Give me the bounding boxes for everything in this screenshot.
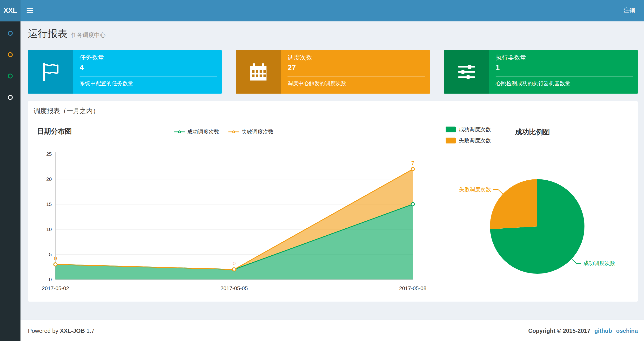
flag-icon xyxy=(28,50,73,94)
footer-copyright: Copyright © 2015-2017 github oschina xyxy=(528,327,638,334)
page-header: 运行报表 任务调度中心 xyxy=(28,27,638,43)
calendar-icon xyxy=(236,50,281,94)
legend-item-success[interactable]: 成功调度次数 xyxy=(446,126,491,133)
svg-text:7: 7 xyxy=(411,160,414,166)
info-box-value: 4 xyxy=(80,64,217,72)
info-box-title: 任务数量 xyxy=(80,54,217,62)
sidebar-toggle-button[interactable] xyxy=(20,0,39,22)
info-box-value: 1 xyxy=(496,64,633,72)
line-marker-icon xyxy=(174,131,185,132)
page-title: 运行报表 xyxy=(28,27,68,40)
product-version: 1.7 xyxy=(86,327,94,334)
info-box-trigger-count: 调度次数 27 调度中心触发的调度次数 xyxy=(236,50,430,94)
svg-text:0: 0 xyxy=(49,277,52,282)
logout-link[interactable]: 注销 xyxy=(614,0,644,22)
svg-text:15: 15 xyxy=(46,201,52,207)
svg-text:2017-05-02: 2017-05-02 xyxy=(42,285,69,291)
product-name: XXL-JOB xyxy=(60,327,85,334)
svg-text:10: 10 xyxy=(46,226,52,232)
sidebar-item-4-circle-icon[interactable] xyxy=(8,95,12,100)
sidebar xyxy=(0,22,20,341)
svg-text:2017-05-08: 2017-05-08 xyxy=(399,285,426,291)
main-content: 运行报表 任务调度中心 任务数量 4 xyxy=(20,22,644,320)
line-chart-title: 日期分布图 xyxy=(37,127,72,136)
date-distribution-chart: 05101520252017-05-022017-05-052017-05-08… xyxy=(28,150,439,293)
info-box-value: 27 xyxy=(288,64,425,72)
legend-item-fail[interactable]: 失败调度次数 xyxy=(446,137,491,144)
svg-text:25: 25 xyxy=(46,151,52,157)
app-logo[interactable]: XXL xyxy=(0,0,20,22)
info-box-title: 调度次数 xyxy=(288,54,425,62)
svg-text:成功调度次数: 成功调度次数 xyxy=(583,260,615,266)
divider xyxy=(496,76,633,77)
copyright-text: Copyright © 2015-2017 xyxy=(528,327,590,334)
sidebar-item-2-circle-icon[interactable] xyxy=(8,52,12,57)
schedule-report-panel: 调度报表（一月之内） 日期分布图 成功调度次数 失败调度次数 051015202… xyxy=(28,101,638,302)
pie-chart-title: 成功比例图 xyxy=(515,127,550,137)
info-box-executor-count: 执行器数量 1 心跳检测成功的执行器机器数量 xyxy=(444,50,638,94)
oschina-link[interactable]: oschina xyxy=(616,327,638,334)
hamburger-icon xyxy=(27,8,33,9)
github-link[interactable]: github xyxy=(594,327,612,334)
svg-text:失败调度次数: 失败调度次数 xyxy=(459,186,491,192)
sliders-icon xyxy=(444,50,489,94)
top-navbar: XXL 注销 xyxy=(0,0,644,22)
pie-chart-legend: 成功调度次数 失败调度次数 xyxy=(446,126,491,144)
svg-text:20: 20 xyxy=(46,176,52,182)
footer: Powered by XXL-JOB 1.7 Copyright © 2015-… xyxy=(20,320,644,341)
page-subtitle: 任务调度中心 xyxy=(71,32,106,39)
success-ratio-pie-chart: 成功调度次数失败调度次数 xyxy=(439,150,638,293)
swatch-icon xyxy=(446,127,456,132)
sidebar-item-1-circle-icon[interactable] xyxy=(8,31,12,36)
info-box-title: 执行器数量 xyxy=(496,54,633,62)
info-box-desc: 调度中心触发的调度次数 xyxy=(288,80,425,87)
info-box-desc: 系统中配置的任务数量 xyxy=(80,80,217,87)
xxl-job-dashboard: XXL 注销 运行报表 任务调度中心 xyxy=(0,0,644,341)
divider xyxy=(288,76,425,77)
line-marker-icon xyxy=(228,131,239,132)
info-box-desc: 心跳检测成功的执行器机器数量 xyxy=(496,80,633,87)
legend-item-fail[interactable]: 失败调度次数 xyxy=(228,128,273,136)
panel-title: 调度报表（一月之内） xyxy=(34,107,100,116)
sidebar-item-3-circle-icon[interactable] xyxy=(8,74,12,78)
svg-text:5: 5 xyxy=(49,251,52,257)
svg-text:0: 0 xyxy=(232,260,236,266)
divider xyxy=(80,76,217,77)
footer-powered-by: Powered by XXL-JOB 1.7 xyxy=(28,327,94,334)
svg-text:0: 0 xyxy=(54,255,57,261)
line-chart-legend: 成功调度次数 失败调度次数 xyxy=(174,128,274,136)
legend-item-success[interactable]: 成功调度次数 xyxy=(174,128,219,136)
summary-boxes: 任务数量 4 系统中配置的任务数量 xyxy=(28,50,638,94)
svg-text:2017-05-05: 2017-05-05 xyxy=(220,285,248,291)
swatch-icon xyxy=(446,138,456,144)
info-box-job-count: 任务数量 4 系统中配置的任务数量 xyxy=(28,50,222,94)
